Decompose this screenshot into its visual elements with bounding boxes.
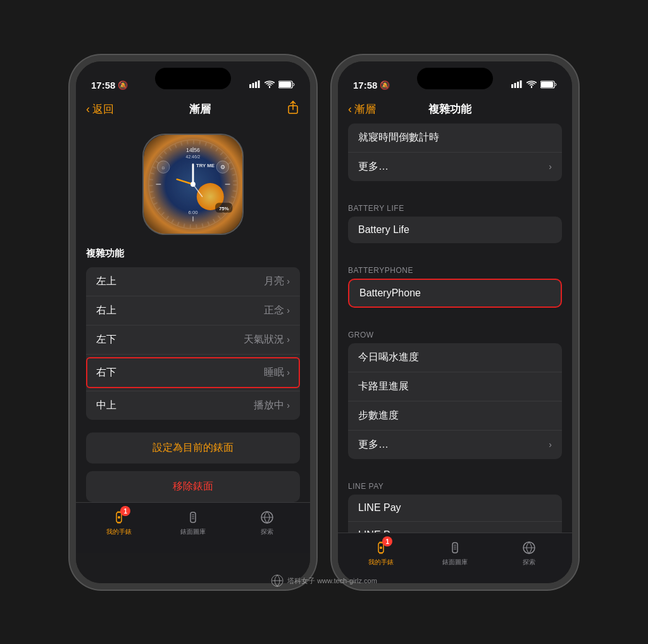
tab-my-watch-label-2: 我的手錶 xyxy=(368,558,394,567)
item-more-first[interactable]: 更多… › xyxy=(348,153,562,181)
top-left-label: 左上 xyxy=(96,275,116,288)
complication-top-middle[interactable]: 中上 播放中 › xyxy=(86,391,300,420)
linepay-group: LINE Pay LINE Pay xyxy=(348,495,562,533)
svg-rect-49 xyxy=(452,543,458,553)
bedtime-label: 就寢時間倒數計時 xyxy=(358,131,439,144)
svg-rect-3 xyxy=(258,80,260,88)
time-display-2: 17:58 xyxy=(353,80,377,91)
dynamic-island-2 xyxy=(417,68,493,89)
nav-bar-1: ‹ 返回 漸層 xyxy=(76,96,310,123)
linepay-item-2[interactable]: LINE Pay xyxy=(348,522,562,533)
bottom-left-value: 天氣狀況 › xyxy=(244,333,290,346)
top-right-label: 右上 xyxy=(96,304,116,317)
grow-steps[interactable]: 步數進度 xyxy=(348,401,562,431)
tab-bar-2: 1 我的手錶 錶面圖庫 xyxy=(338,533,572,583)
silent-icon-1: 🔕 xyxy=(118,80,128,90)
grow-more-chevron: › xyxy=(549,439,552,450)
battery-icon-2 xyxy=(540,80,557,91)
complication-bottom-right-highlighted[interactable]: 右下 睡眠 › xyxy=(86,357,300,388)
top-left-value: 月亮 › xyxy=(264,275,290,288)
complication-bottom-right-wrapper: 右下 睡眠 › xyxy=(86,357,300,391)
complications-section-title: 複雜功能 xyxy=(86,248,300,267)
watch-preview: 14:56 42:46/2 TRY ME xyxy=(76,123,310,248)
chevron-left-icon-1: ‹ xyxy=(86,103,90,116)
watch-face-preview[interactable]: 14:56 42:46/2 TRY ME xyxy=(142,134,244,235)
grow-water[interactable]: 今日喝水進度 xyxy=(348,343,562,372)
complication-top-right[interactable]: 右上 正念 › xyxy=(86,296,300,325)
item-bedtime-countdown[interactable]: 就寢時間倒數計時 xyxy=(348,123,562,153)
battery-life-header: BATTERY LIFE xyxy=(338,191,572,217)
batteryphone-header: BATTERYPHONE xyxy=(338,253,572,279)
bottom-left-label: 左下 xyxy=(96,333,116,346)
dynamic-island-1 xyxy=(155,68,231,89)
svg-point-32 xyxy=(118,516,120,519)
svg-rect-47 xyxy=(379,552,383,554)
phone-2: 17:58 🔕 ‹ 漸層 複雜功能 xyxy=(332,55,578,590)
steps-label: 步數進度 xyxy=(358,409,399,422)
grow-more[interactable]: 更多… › xyxy=(348,431,562,459)
tab-my-watch-label-1: 我的手錶 xyxy=(106,527,132,536)
svg-rect-33 xyxy=(190,512,196,522)
complication-bottom-left[interactable]: 左下 天氣狀況 › xyxy=(86,325,300,355)
battery-icon-1 xyxy=(278,80,295,91)
svg-rect-42 xyxy=(520,80,522,88)
section-first: 就寢時間倒數計時 更多… › xyxy=(348,123,562,181)
back-label-1: 返回 xyxy=(92,102,114,117)
grow-calories[interactable]: 卡路里進展 xyxy=(348,372,562,401)
tab-gallery-label-2: 錶面圖庫 xyxy=(442,558,468,567)
linepay-item-1[interactable]: LINE Pay xyxy=(348,495,562,522)
grow-more-label: 更多… xyxy=(358,438,389,451)
chevron-left-icon-2: ‹ xyxy=(348,103,352,116)
tab-explore-label-2: 探索 xyxy=(523,558,535,567)
linepay-label-1: LINE Pay xyxy=(358,502,401,514)
svg-point-19 xyxy=(190,182,196,187)
nav-title-1: 漸層 xyxy=(189,102,211,117)
svg-rect-31 xyxy=(117,522,121,524)
bottom-right-label: 右下 xyxy=(96,366,116,379)
svg-rect-5 xyxy=(279,82,291,87)
battery-life-item[interactable]: Battery Life xyxy=(348,217,562,243)
status-time-1: 17:58 🔕 xyxy=(91,80,128,91)
back-button-1[interactable]: ‹ 返回 xyxy=(86,102,114,117)
tab-my-watch-1[interactable]: 1 我的手錶 xyxy=(97,508,141,536)
svg-text:☼: ☼ xyxy=(161,164,166,170)
share-button-1[interactable] xyxy=(286,101,300,118)
silent-icon-2: 🔕 xyxy=(380,80,390,90)
tab-explore-2[interactable]: 探索 xyxy=(507,539,551,567)
top-middle-label: 中上 xyxy=(96,399,116,412)
tab-watch-gallery-1[interactable]: 錶面圖庫 xyxy=(171,508,215,536)
linepay-header: LINE PAY xyxy=(338,469,572,495)
bottom-right-value: 睡眠 › xyxy=(264,366,290,379)
complication-top-left[interactable]: 左上 月亮 › xyxy=(86,267,300,296)
tab-explore-1[interactable]: 探索 xyxy=(245,508,289,536)
remove-face-button[interactable]: 移除錶面 xyxy=(86,471,300,502)
status-icons-1 xyxy=(249,80,295,91)
top-right-value: 正念 › xyxy=(264,304,290,317)
svg-text:⚙: ⚙ xyxy=(220,163,225,170)
signal-icon-2 xyxy=(511,80,523,90)
svg-rect-39 xyxy=(511,84,513,88)
complication-content[interactable]: 就寢時間倒數計時 更多… › BATTERY LIFE Battery Life… xyxy=(338,123,572,533)
tab-gallery-icon-1 xyxy=(184,508,202,526)
set-current-face-button[interactable]: 設定為目前的錶面 xyxy=(86,432,300,464)
batteryphone-item[interactable]: BatteryPhone xyxy=(349,280,561,306)
more-first-label: 更多… xyxy=(358,160,389,174)
water-label: 今日喝水進度 xyxy=(358,351,419,364)
status-time-2: 17:58 🔕 xyxy=(353,80,390,91)
svg-rect-2 xyxy=(255,82,257,88)
tab-my-watch-icon-2: 1 xyxy=(372,539,390,557)
svg-text:TRY ME: TRY ME xyxy=(196,162,215,168)
tab-watch-gallery-2[interactable]: 錶面圖庫 xyxy=(433,539,477,567)
back-button-2[interactable]: ‹ 漸層 xyxy=(348,102,376,117)
back-label-2: 漸層 xyxy=(354,102,376,117)
wifi-icon-1 xyxy=(265,80,275,90)
tab-my-watch-2[interactable]: 1 我的手錶 xyxy=(359,539,403,567)
complications-list: 複雜功能 左上 月亮 › 右上 正念 › xyxy=(76,248,310,420)
complications-group: 左上 月亮 › 右上 正念 › 左下 天氣狀況 xyxy=(86,267,300,420)
battery-life-group: Battery Life xyxy=(348,217,562,243)
svg-rect-0 xyxy=(249,84,251,88)
signal-icon-1 xyxy=(249,80,261,90)
top-middle-value: 播放中 › xyxy=(254,399,290,412)
svg-rect-1 xyxy=(252,83,254,88)
batteryphone-label: BatteryPhone xyxy=(359,287,421,299)
